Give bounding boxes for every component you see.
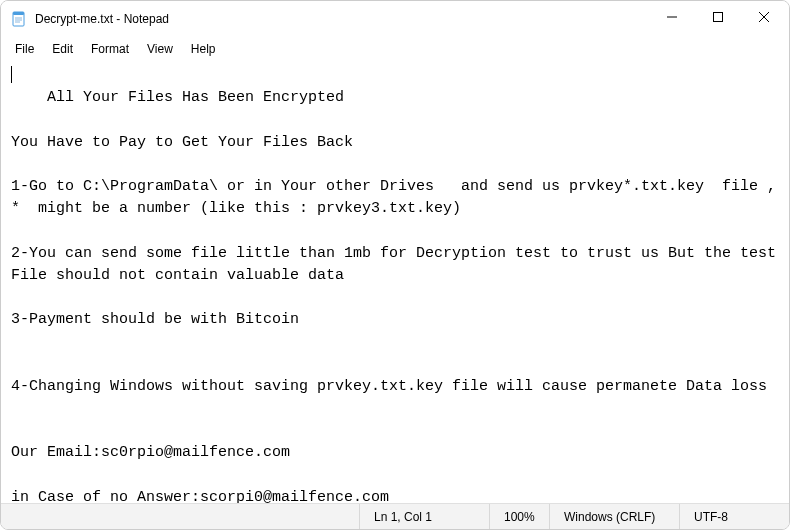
notepad-window: Decrypt-me.txt - Notepad File Edit Forma… [0,0,790,530]
status-encoding: UTF-8 [679,504,789,529]
menu-file[interactable]: File [7,39,42,59]
window-title: Decrypt-me.txt - Notepad [35,12,169,26]
menu-format[interactable]: Format [83,39,137,59]
status-lineending: Windows (CRLF) [549,504,679,529]
menu-view[interactable]: View [139,39,181,59]
minimize-button[interactable] [649,1,695,33]
text-editor[interactable]: All Your Files Has Been Encrypted You Ha… [1,61,789,503]
svg-rect-6 [714,13,723,22]
menu-help[interactable]: Help [183,39,224,59]
status-zoom: 100% [489,504,549,529]
window-controls [649,1,787,37]
text-cursor-icon [11,66,12,83]
menu-edit[interactable]: Edit [44,39,81,59]
titlebar[interactable]: Decrypt-me.txt - Notepad [1,1,789,37]
status-position: Ln 1, Col 1 [359,504,489,529]
editor-content: All Your Files Has Been Encrypted You Ha… [11,89,789,503]
notepad-icon [11,11,27,27]
menubar: File Edit Format View Help [1,37,789,61]
svg-rect-1 [13,12,24,15]
maximize-button[interactable] [695,1,741,33]
close-button[interactable] [741,1,787,33]
statusbar: Ln 1, Col 1 100% Windows (CRLF) UTF-8 [1,503,789,529]
